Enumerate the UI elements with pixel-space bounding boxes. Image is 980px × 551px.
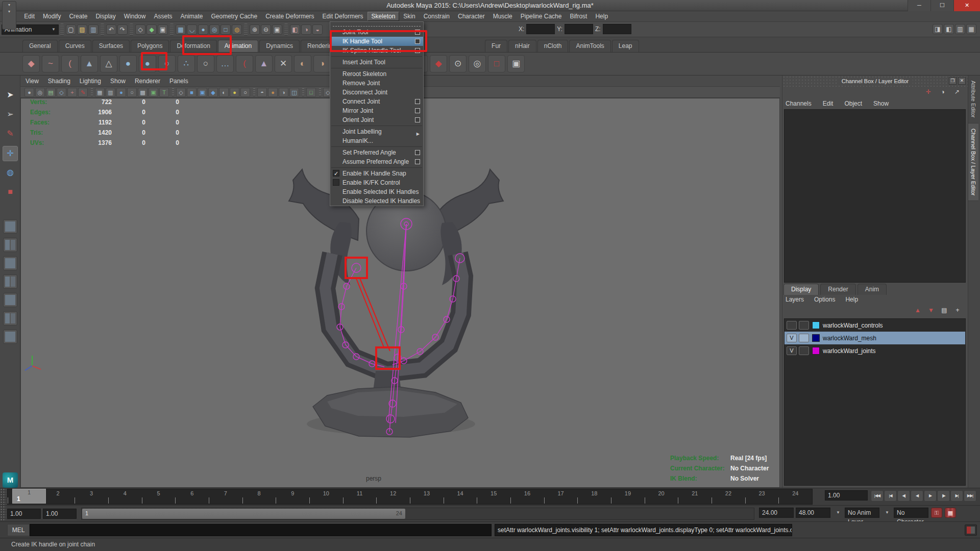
new-empty-layer-icon[interactable]: ▤ [939,306,949,315]
menu-item-ik-handle-tool[interactable]: IK Handle Tool [330,37,423,46]
channel-speed-icon[interactable]: ◑ [938,87,948,97]
frame-21[interactable]: 21 [678,489,712,504]
frame-5[interactable]: 5 [142,489,176,504]
shelf-selector[interactable]: ▾▾ [2,1,16,30]
camera-attributes-icon[interactable]: ◎ [35,88,45,97]
step-forward-key-button[interactable]: |▶ [937,490,950,502]
menu-character[interactable]: Character [454,12,489,21]
layer-color-swatch[interactable] [812,321,820,329]
menu-skeleton[interactable]: Skeleton [368,12,400,21]
safe-action-icon[interactable]: ▣ [149,88,158,97]
shelf-skeleton-icon[interactable]: ✕ [275,55,292,72]
shaded-textured-icon[interactable]: ▣ [198,88,207,97]
menu-edit[interactable]: Edit [20,12,39,21]
redo-icon[interactable]: ↷ [117,24,128,35]
frame-15[interactable]: 15 [477,489,510,504]
minimize-button[interactable]: ─ [908,0,930,11]
animation-start-field[interactable]: 1.00 [7,509,41,519]
shelf-mannequin-icon[interactable]: ▲ [255,55,273,72]
toolbar-divider[interactable] [284,23,288,36]
view-manip-icon[interactable]: + [67,88,77,97]
film-gate-icon[interactable]: ▥ [106,88,115,97]
menu-assets[interactable]: Assets [150,12,176,21]
menu-item-enable-ik-handle-snap[interactable]: Enable IK Handle Snap✓ [330,169,423,178]
shelf-joint-dots-icon[interactable]: ∴ [178,55,195,72]
menu-modify[interactable]: Modify [39,12,65,21]
dock-tab-channel-box-layer-editor[interactable]: Channel Box / Layer Editor [968,123,978,201]
close-panel-icon[interactable]: ✕ [958,77,966,85]
persp-uv-layout-button[interactable] [3,311,17,325]
occlusion-icon[interactable]: ● [268,88,278,97]
command-line-input[interactable] [30,524,492,536]
shelf-motion-path-icon[interactable]: ~ [42,55,59,72]
shelf-face-right-icon[interactable]: ◑ [313,55,331,72]
custom-layout-button[interactable] [3,330,17,344]
make-live-icon[interactable]: ◍ [232,24,242,35]
coord-input-y[interactable] [565,24,593,34]
shelf-tab-ncloth[interactable]: nCloth [537,40,569,52]
menu-item-joint-labelling[interactable]: Joint Labelling▶ [330,127,423,136]
frame-13[interactable]: 13 [410,489,444,504]
snap-to-curve-icon[interactable]: ◡ [187,24,197,35]
frame-20[interactable]: 20 [645,489,678,504]
shelf-anim-pose-icon[interactable]: ◆ [22,55,40,72]
menu-edit-deformers[interactable]: Edit Deformers [318,12,368,21]
current-frame-marker[interactable]: 1 1 [12,489,46,504]
checker-sphere-icon[interactable]: ◐ [219,88,229,97]
menu-create[interactable]: Create [65,12,91,21]
shelf-parent-icon[interactable]: ▣ [507,55,525,72]
menu-create-deformers[interactable]: Create Deformers [261,12,318,21]
safe-title-icon[interactable]: T [159,88,169,97]
four-pane-layout-button[interactable] [3,238,17,252]
panel-menu-show[interactable]: Show [110,78,126,85]
menu-display[interactable]: Display [91,12,119,21]
shelf-red-arc-icon[interactable]: ( [236,55,253,72]
panel-menu-renderer[interactable]: Renderer [135,78,160,85]
option-box-icon[interactable] [415,30,420,35]
paint-select-tool-icon[interactable]: ✎ [3,127,18,142]
open-scene-icon[interactable]: ▨ [77,24,87,35]
select-tool-icon[interactable]: ➤ [3,88,18,103]
script-editor-icon[interactable] [965,524,977,536]
menu-item-enable-ik-fk-control[interactable]: Enable IK/FK Control [330,178,423,187]
anim-layer-field[interactable]: No Anim Layer [845,508,879,518]
option-box-icon[interactable] [415,108,420,113]
layer-display-type-toggle[interactable] [799,346,809,355]
frame-23[interactable]: 23 [745,489,779,504]
auto-keyframe-toggle-icon[interactable]: ▦ [945,508,956,518]
channel-box-menu-show[interactable]: Show [873,100,889,107]
menu-item-orient-joint[interactable]: Orient Joint [330,115,423,124]
shelf-tab-animtools[interactable]: AnimTools [569,40,610,52]
range-slider-track[interactable]: 1 24 [81,508,754,520]
animation-end-field[interactable]: 48.00 [796,508,830,518]
layer-row-warlockward-mesh[interactable]: VwarlockWard_mesh [785,332,965,344]
hypershade-layout-button[interactable] [3,293,17,307]
shelf-human-figure-icon[interactable]: △ [100,55,117,72]
go-to-start-button[interactable]: |◀◀ [871,490,884,502]
output-connections-icon[interactable]: ⊖ [261,24,271,35]
menu-bifrost[interactable]: Bifrost [566,12,591,21]
select-by-component-icon[interactable]: ▣ [158,24,168,35]
toolbar-divider[interactable] [60,23,64,36]
frame-19[interactable]: 19 [611,489,645,504]
persp-outliner-layout-button[interactable] [3,256,17,270]
layer-visibility-toggle[interactable]: V [787,334,797,342]
menu-skin[interactable]: Skin [399,12,419,21]
float-panel-icon[interactable]: ❐ [949,77,957,85]
shelf-tab-surfaces[interactable]: Surfaces [92,40,130,52]
new-scene-icon[interactable]: ▢ [66,24,76,35]
close-button[interactable]: ✕ [953,0,980,11]
menu-item-set-preferred-angle[interactable]: Set Preferred Angle [330,148,423,157]
menu-item-mirror-joint[interactable]: Mirror Joint [330,106,423,115]
playback-start-field[interactable]: 1.00 [43,509,77,519]
frame-18[interactable]: 18 [577,489,611,504]
layer-row-warlockward-controls[interactable]: warlockWard_controls [785,319,965,332]
panel-menu-lighting[interactable]: Lighting [80,78,101,85]
rotate-tool-icon[interactable]: ◍ [3,165,18,181]
menu-tear-off-handle[interactable] [333,23,421,27]
layer-row-warlockward-joints[interactable]: VwarlockWard_joints [785,344,965,357]
menu-item-assume-preferred-angle[interactable]: Assume Preferred Angle [330,157,423,166]
layer-visibility-toggle[interactable] [787,321,797,330]
paint-brush-icon[interactable]: ✎ [78,88,88,97]
channel-slider-mode-icon[interactable]: ↗ [952,87,962,97]
